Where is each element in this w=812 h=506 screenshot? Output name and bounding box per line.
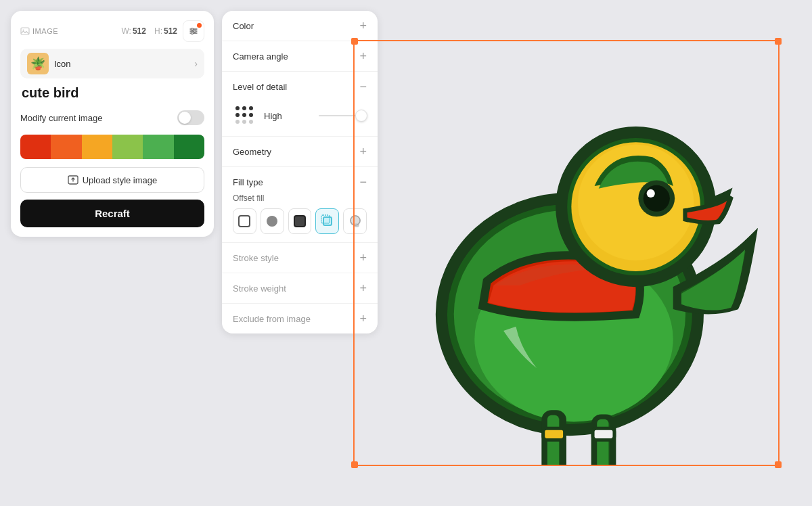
geometry-label: Geometry <box>233 147 271 157</box>
dot <box>249 113 253 117</box>
svg-rect-0 <box>21 28 29 34</box>
canvas-area <box>321 0 812 506</box>
color-swatch-2[interactable] <box>82 135 112 159</box>
selection-box[interactable] <box>353 40 780 466</box>
svg-rect-11 <box>294 216 305 227</box>
recraft-button[interactable]: Recraft <box>20 200 204 227</box>
svg-rect-29 <box>597 419 608 465</box>
corner-handle-tl[interactable] <box>351 38 358 45</box>
dot <box>235 120 240 124</box>
dot <box>242 113 246 117</box>
svg-point-24 <box>644 185 670 212</box>
upload-icon <box>68 175 78 185</box>
exclude-label: Exclude from image <box>233 314 311 324</box>
fill-option-outline[interactable] <box>233 208 256 234</box>
dimensions: W:512 H:512 <box>121 26 177 36</box>
dot <box>242 106 246 110</box>
bird-illustration <box>355 41 778 465</box>
fill-type-label: Fill type <box>233 177 263 187</box>
image-type-label: IMAGE <box>20 26 58 36</box>
color-label: Color <box>233 21 254 31</box>
dot <box>249 106 253 110</box>
color-swatch-4[interactable] <box>143 135 173 159</box>
modify-row: Modify current image <box>20 110 204 125</box>
fill-option-darker[interactable] <box>288 208 312 234</box>
chevron-right-icon: › <box>194 58 198 69</box>
svg-point-1 <box>23 30 24 31</box>
color-swatch-5[interactable] <box>174 135 204 159</box>
svg-point-5 <box>191 28 194 30</box>
upload-style-button[interactable]: Upload style image <box>20 167 204 193</box>
image-header: IMAGE W:512 H:512 <box>20 20 204 42</box>
corner-handle-bl[interactable] <box>351 461 358 468</box>
corner-handle-br[interactable] <box>775 461 782 468</box>
svg-rect-9 <box>239 216 250 227</box>
level-value-label: High <box>264 111 312 121</box>
level-of-detail-label: Level of detail <box>233 82 287 92</box>
fill-option-dark[interactable] <box>261 208 284 234</box>
fill-outline-icon <box>237 214 252 229</box>
settings-button[interactable] <box>183 20 204 42</box>
svg-point-7 <box>191 32 194 34</box>
svg-rect-32 <box>543 428 565 440</box>
svg-point-6 <box>194 30 196 32</box>
dot <box>249 120 253 124</box>
settings-icon <box>189 26 198 36</box>
notification-dot <box>197 23 202 28</box>
icon-thumbnail: 🪴 <box>27 53 49 74</box>
modify-label: Modify current image <box>20 113 102 123</box>
toggle-knob <box>179 112 191 124</box>
svg-point-25 <box>647 189 655 198</box>
stroke-style-label: Stroke style <box>233 253 279 263</box>
color-swatch-3[interactable] <box>112 135 143 159</box>
color-swatch-1[interactable] <box>51 135 81 159</box>
color-palette[interactable] <box>20 135 204 159</box>
color-swatch-0[interactable] <box>20 135 51 159</box>
modify-toggle[interactable] <box>177 110 204 125</box>
prompt-text: cute bird <box>20 85 204 101</box>
dot <box>235 106 240 110</box>
image-icon <box>20 26 30 36</box>
icon-selector[interactable]: 🪴 Icon › <box>20 49 204 78</box>
camera-angle-label: Camera angle <box>233 51 288 62</box>
dot <box>235 113 240 117</box>
svg-point-10 <box>267 216 277 227</box>
dot <box>242 120 246 124</box>
corner-handle-tr[interactable] <box>775 38 782 45</box>
fill-darker-icon <box>292 214 307 229</box>
detail-dots-icon <box>233 104 257 128</box>
stroke-weight-label: Stroke weight <box>233 283 286 294</box>
svg-rect-33 <box>593 428 614 440</box>
fill-dark-icon <box>265 214 279 229</box>
left-panel: IMAGE W:512 H:512 🪴 Icon › cute bird <box>11 11 214 237</box>
